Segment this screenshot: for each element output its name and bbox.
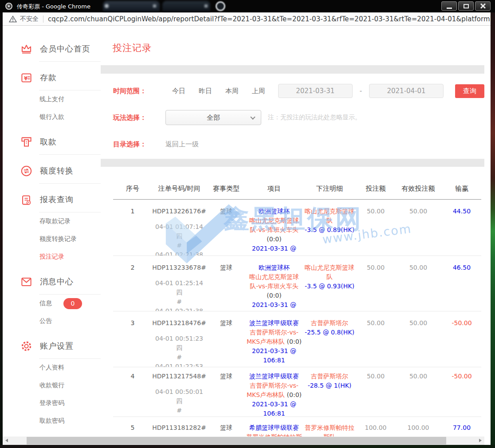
bet-line: -3.5 @ 0.89(HK) [302,225,357,235]
sidebar-item-message-center[interactable]: 消息中心 [3,273,101,291]
result-link[interactable]: 2021-03-31 @ 106:81 [252,347,296,364]
sidebar-subitem-label: 投注记录 [39,253,64,261]
sidebar-item-withdraw[interactable]: 取款 [3,133,101,151]
window-titlebar: 传奇彩票 - Google Chrome [0,0,495,12]
horizontal-scrollbar[interactable] [3,436,484,445]
quick-link-this-week[interactable]: 本周 [219,87,245,95]
maximize-icon [464,4,469,8]
sidebar: 会员中心首页 ¥ 存款 线上支付 银行入款 [3,26,101,436]
cell-index: 4 [113,367,152,417]
bet-team: 吉普萨斯塔尔 [302,318,357,328]
cell-sport: 篮球 [206,256,246,311]
settle-time: 04-01 02:21:38 四 [152,250,206,256]
sidebar-item-deposit-withdraw-records[interactable]: 存取款记录 [3,212,101,230]
sidebar-item-report-query[interactable]: 报表查询 [3,191,101,208]
security-label[interactable]: 不安全 [20,15,39,23]
col-header-event: 项目 [246,185,302,193]
cell-event: 波兰篮球甲级联赛 吉普萨斯塔尔-vs-MKS卢布林队 (0:0) 2021-03… [246,367,302,417]
bet-time: 04-01 01:07:14 四 [152,222,206,241]
close-button[interactable] [475,1,491,11]
minimize-button[interactable] [441,1,457,11]
crown-icon [20,43,32,55]
sidebar-item-credit-transfer[interactable]: 额度转换 [3,162,101,180]
quick-link-yesterday[interactable]: 昨日 [192,87,219,95]
cell-order-time: HDP113233678# 04-01 01:25:14 四 # 04-01 0… [152,256,206,311]
play-type-select[interactable]: 全部 [165,110,261,125]
sidebar-subitem-label: 银行入款 [39,113,64,121]
sidebar-item-messages[interactable]: 信息 0 [3,295,101,312]
league-link[interactable]: 波兰篮球甲级联赛 [249,319,299,326]
date-from-input[interactable]: 2021-03-31 [278,84,353,98]
sidebar-item-member-home[interactable]: 会员中心首页 [3,40,101,58]
background-tab-close-icon [204,4,208,8]
match-score: (0:0) [287,391,302,398]
section-divider [101,159,484,167]
scroll-right-icon[interactable] [479,439,482,442]
maximize-button[interactable] [458,1,474,11]
sidebar-item-deposit[interactable]: ¥ 存款 [3,69,101,86]
quick-link-last-week[interactable]: 上周 [245,87,272,95]
back-up-level-link[interactable]: 返回上一级 [165,140,199,149]
league-link[interactable]: 波兰篮球甲级联赛 [249,373,299,380]
play-select-label: 玩法选择： [101,114,165,122]
page-title: 投注记录 [113,42,484,54]
sidebar-subitem-label: 取款密码 [39,417,64,425]
result-link[interactable]: 2021-03-31 @ 82:78 [252,245,296,256]
league-link[interactable]: 希腊篮球甲级联赛 [249,424,299,431]
sidebar-item-label: 存款 [40,72,57,83]
bet-time: 04-01 00:51:23 四 [152,334,206,353]
address-bar[interactable]: 不安全 cqcp2.com/chuanQiCPLoginWeb/app/repo… [3,12,491,26]
sidebar-item-account-settings[interactable]: 账户设置 [3,337,101,355]
page-header-panel: 投注记录 [101,26,484,65]
cell-sport: 篮球 [206,417,246,436]
url-text[interactable]: cqcp2.com/chuanQiCPLoginWeb/app/reportDe… [48,15,491,23]
cell-win-loss: -50.00 [442,367,481,417]
not-secure-warning-icon[interactable] [9,16,17,23]
settle-time: 04-01 02:21:38 四 [152,307,206,311]
table-header-row: 序号 注单号码/时间 赛事类型 项目 下注明细 投注额 有效投注额 输赢 [113,167,481,200]
table-row: 1 HDP113226176# 04-01 01:07:14 四 # 04-01… [113,200,481,256]
sidebar-item-bank-deposit[interactable]: 银行入款 [3,108,101,126]
time-separator: # [152,406,206,415]
sidebar-item-withdraw-password[interactable]: 取款密码 [3,412,101,430]
cell-index: 1 [113,200,152,256]
scroll-left-icon[interactable] [5,439,8,442]
cell-bet-amount: 50.00 [357,200,394,256]
page-content: 会员中心首页 ¥ 存款 线上支付 银行入款 [3,26,491,445]
cell-event: 希腊篮球甲级联赛 普罗米修斯帕特拉斯队-vs-阿里斯 [246,417,302,436]
bet-line: -3.5 @ 0.93(HK) [302,282,357,291]
sidebar-item-transfer-records[interactable]: 额度转换记录 [3,230,101,248]
cell-bet-amount: 50.00 [357,311,394,367]
date-to-input[interactable]: 2021-04-01 [369,84,444,98]
date-range-separator: - [360,87,362,95]
table-row: 5 HDP113181282# 03-31 23:34:41 四 篮球 希腊篮球… [113,417,481,436]
mail-icon [20,276,32,288]
match-teams: 喀山尤尼克斯篮球队-vs-库班火车头 [249,273,299,290]
cell-bet-amount: 50.00 [357,256,394,311]
result-link[interactable]: 2021-03-31 @ 106:81 [252,401,296,417]
cell-event: 欧洲篮球杯 喀山尤尼克斯篮球队-vs-库班火车头 (0:0) 2021-03-3… [246,256,302,311]
sidebar-item-announcements[interactable]: 公告 [3,312,101,330]
sidebar-item-profile[interactable]: 个人资料 [3,359,101,377]
match-score: (0:0) [267,236,281,243]
cell-bet-detail: 吉普萨斯塔尔 -25.5 @ 0.8(HK) [302,311,357,367]
sidebar-divider [39,183,101,184]
sidebar-item-login-password[interactable]: 登录密码 [3,394,101,412]
cell-order-time: HDP113226176# 04-01 01:07:14 四 # 04-01 0… [152,200,206,256]
bet-team: 吉普萨斯塔尔 [302,372,357,381]
league-link[interactable]: 欧洲篮球杯 [259,208,290,215]
cell-valid-amount: 50.00 [394,200,442,256]
sidebar-item-bet-records[interactable]: 投注记录 [3,248,101,266]
settle-time: 04-01 01:22:53 四 [152,362,206,367]
horizontal-scrollbar-thumb[interactable] [27,437,446,444]
sidebar-item-receiving-bank[interactable]: 收款银行 [3,377,101,394]
quick-link-today[interactable]: 今日 [165,87,192,95]
deposit-icon: ¥ [20,72,32,84]
league-link[interactable]: 欧洲篮球杯 [259,264,290,271]
query-button[interactable]: 查询 [455,84,484,98]
gear-icon [20,340,32,352]
result-link[interactable]: 2021-03-31 @ 82:78 [252,301,296,311]
sidebar-item-online-pay[interactable]: 线上支付 [3,90,101,108]
play-select-row: 玩法选择： 全部 注：无投注的玩法此处忽略显示。 [101,110,484,125]
desktop-edge-bottom [0,445,495,448]
